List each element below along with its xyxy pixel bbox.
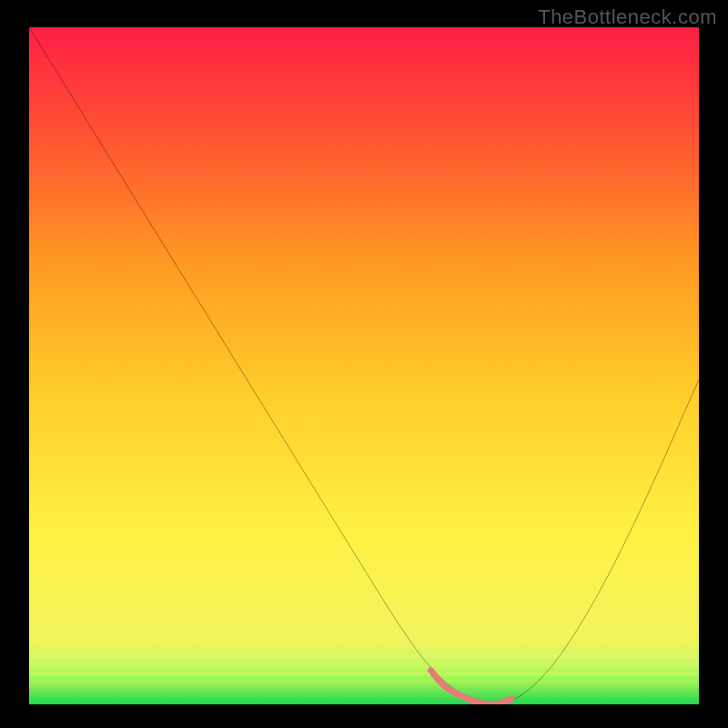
svg-rect-1 <box>29 661 699 664</box>
chart-frame: TheBottleneck.com <box>0 0 728 728</box>
svg-rect-3 <box>29 676 699 680</box>
plot-area <box>29 27 699 704</box>
gradient-background <box>29 27 699 704</box>
svg-rect-0 <box>29 653 699 657</box>
plot-svg <box>29 27 699 704</box>
svg-rect-2 <box>29 669 699 672</box>
watermark-text: TheBottleneck.com <box>538 5 717 29</box>
